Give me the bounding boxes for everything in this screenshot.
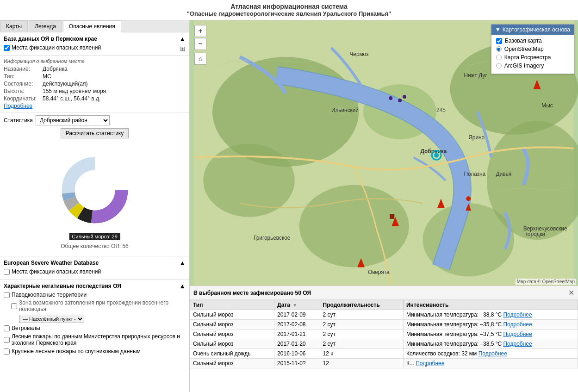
col-intensity[interactable]: Интенсивность	[403, 300, 578, 310]
overlay-rosreestr-row[interactable]: Карта Росреестра	[496, 54, 569, 61]
home-button[interactable]: ⌂	[194, 53, 206, 65]
rosreestr-radio[interactable]	[496, 55, 502, 60]
db-table-icon[interactable]: ⊞	[180, 45, 186, 52]
col-duration[interactable]: Продолжительность	[320, 300, 403, 310]
char-collapse-arrow[interactable]: ▲	[179, 282, 186, 290]
left-panel: Карты Легенда Опасные явления База данны…	[0, 20, 190, 392]
table-header-cols: Тип Дата ▼ Продолжительность Интенсивнос…	[190, 300, 578, 310]
char-item-flood: Паводкоопасные территории Зона возможног…	[4, 292, 186, 323]
osm-radio[interactable]	[496, 46, 502, 52]
details-link[interactable]: Подробнее	[503, 321, 532, 328]
table-header-row: В выбранном месте зафиксировано 50 ОЯ ✕	[190, 286, 578, 300]
cell-date: 2017-01-20	[274, 339, 320, 349]
table-row: Сильный мороз 2015-11-0? 12 К... Подробн…	[190, 359, 578, 368]
cell-type: Сильный мороз	[190, 320, 274, 330]
table-row: Сильный мороз 2017-01-21 2 сут Минимальн…	[190, 330, 578, 339]
svg-text:Ильинский: Ильинский	[331, 107, 359, 113]
eswd-section: European Severe Weather Database ▲ Места…	[0, 256, 189, 280]
db-checkbox-row: Места фиксации опасных явлений	[4, 44, 101, 51]
char-windfall-checkbox[interactable]	[4, 325, 10, 331]
basemap-checkbox[interactable]	[496, 38, 502, 44]
info-value-name: Добрянка	[43, 66, 68, 72]
details-link[interactable]: Подробнее	[503, 341, 532, 347]
char-forest-fire-label: Лесные пожары по данным Министерства при…	[12, 333, 186, 346]
info-value-type: МС	[43, 73, 51, 80]
tab-legend[interactable]: Легенда	[29, 20, 62, 32]
cell-duration: 2 сут	[320, 330, 403, 339]
eswd-collapse-arrow[interactable]: ▲	[179, 259, 186, 267]
char-satellite-fire-label: Крупные лесные пожары по спутниковым дан…	[12, 348, 141, 355]
details-link[interactable]: Подробнее	[416, 360, 444, 367]
cell-type: Сильный мороз	[190, 310, 274, 320]
char-flood-sub-check[interactable]	[11, 303, 17, 309]
info-value-coords: 58.44° с.ш., 56.44° в.д.	[43, 95, 100, 102]
map-area[interactable]: Чермоз Ильинский Нижт Дуг Добрянка Ярино…	[190, 20, 578, 286]
db-collapse-arrow[interactable]: ▲	[179, 35, 186, 43]
overlay-osm-row[interactable]: OpenStreetMap	[496, 46, 569, 52]
info-table: Название: Добрянка Тип: МС Состояние: де…	[4, 66, 186, 102]
details-link[interactable]: Подробнее	[479, 350, 507, 357]
db-section-title: База данных ОЯ в Пермском крае	[4, 36, 97, 42]
cell-duration: 2 сут	[320, 339, 403, 349]
info-value-state: действующий(ая)	[43, 81, 87, 87]
cell-intensity: Минимальная температура: –38,8 °C Подроб…	[403, 310, 578, 320]
map-overlay-panel: ▼ Картографическая основа Базовая карта …	[491, 24, 574, 74]
overlay-basemap-row: Базовая карта	[496, 37, 569, 44]
details-link[interactable]: Подробнее	[503, 331, 532, 337]
table-scroll[interactable]: Тип Дата ▼ Продолжительность Интенсивнос…	[190, 300, 578, 392]
char-forest-fire-row: Лесные пожары по данным Министерства при…	[4, 333, 186, 346]
char-forest-fire-checkbox[interactable]	[4, 337, 10, 343]
tab-hazards[interactable]: Опасные явления	[63, 20, 121, 32]
char-flood-checkbox[interactable]	[4, 292, 10, 298]
info-label-name: Название:	[4, 66, 41, 72]
info-label-height: Высота:	[4, 88, 41, 94]
eswd-header: European Severe Weather Database ▲	[4, 259, 186, 267]
header-line1: Атласная информационная система	[2, 3, 576, 10]
table-row: Очень сильный дождь 2016-10-06 12 ч Коли…	[190, 349, 578, 359]
hazards-table: Тип Дата ▼ Продолжительность Интенсивнос…	[190, 300, 578, 368]
table-close-button[interactable]: ✕	[568, 288, 574, 297]
eswd-checkbox[interactable]	[4, 269, 10, 275]
main-layout: Карты Легенда Опасные явления База данны…	[0, 20, 578, 392]
info-section: Информация о выбранном месте Название: Д…	[0, 56, 189, 112]
info-section-title: Информация о выбранном месте	[4, 58, 186, 64]
overlay-arcgis-row[interactable]: ArcGIS Imagery	[496, 62, 569, 69]
char-windfall: Ветровалы	[4, 325, 186, 331]
basemap-label: Базовая карта	[505, 37, 542, 44]
table-row: Сильный мороз 2017-02-08 2 сут Минимальн…	[190, 320, 578, 330]
info-details-link[interactable]: Подробнее	[4, 103, 32, 109]
right-side: Чермоз Ильинский Нижт Дуг Добрянка Ярино…	[190, 20, 578, 392]
char-windfall-label: Ветровалы	[12, 325, 40, 331]
donut-svg	[49, 144, 141, 236]
eswd-checkbox-row: Места фиксации опасных явлений	[4, 268, 186, 275]
info-label-coords: Координаты:	[4, 95, 41, 102]
char-flood-sub-select[interactable]: — Населённый пункт —	[19, 315, 84, 323]
zoom-in-button[interactable]: +	[194, 25, 206, 37]
eswd-checkbox-label: Места фиксации опасных явлений	[12, 268, 101, 275]
cell-intensity: Минимальная температура: –38,5 °C Подроб…	[403, 339, 578, 349]
map-marker-purple-2	[398, 99, 402, 102]
svg-point-2	[203, 144, 295, 217]
calculate-statistics-button[interactable]: Рассчитать статистику	[61, 128, 129, 138]
cell-duration: 12	[320, 359, 403, 368]
overlay-header[interactable]: ▼ Картографическая основа	[491, 25, 574, 35]
info-value-height: 155 м над уровнем моря	[43, 88, 106, 94]
char-satellite-fire-checkbox[interactable]	[4, 348, 10, 355]
statistics-district-select[interactable]: Добрянский район	[36, 115, 110, 125]
cell-intensity: Минимальная температура: –37,5 °C Подроб…	[403, 330, 578, 339]
svg-text:городки: городки	[526, 231, 545, 237]
tab-maps[interactable]: Карты	[0, 20, 28, 32]
details-link[interactable]: Подробнее	[503, 311, 532, 318]
zoom-out-button[interactable]: −	[194, 38, 206, 50]
map-marker-purple-3	[403, 95, 406, 99]
table-body: Сильный мороз 2017-02-09 2 сут Минимальн…	[190, 310, 578, 368]
info-row-coords: Координаты: 58.44° с.ш., 56.44° в.д.	[4, 95, 186, 102]
col-date[interactable]: Дата ▼	[274, 300, 320, 310]
col-type[interactable]: Тип	[190, 300, 274, 310]
arcgis-radio[interactable]	[496, 63, 502, 68]
db-checkbox[interactable]	[4, 45, 10, 51]
char-flood-sub-label: Зона возможного затопления при прохожден…	[19, 299, 186, 312]
cell-type: Сильный мороз	[190, 359, 274, 368]
eswd-title: European Severe Weather Database	[4, 260, 99, 266]
cell-date: 2016-10-06	[274, 349, 320, 359]
